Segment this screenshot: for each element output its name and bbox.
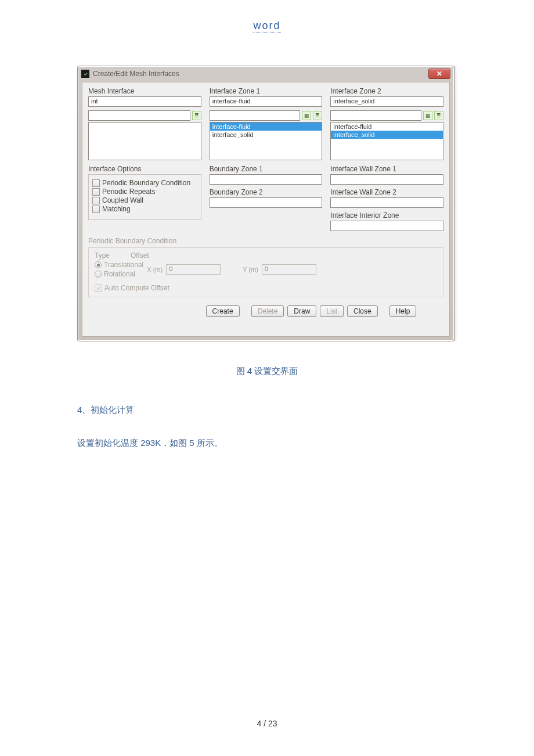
deselect-all-icon[interactable]: ≣ bbox=[434, 111, 443, 120]
label-x: X (m) bbox=[147, 266, 163, 273]
label-if-wall-2: Interface Wall Zone 2 bbox=[330, 188, 443, 196]
offset-x-field: 0 bbox=[166, 264, 221, 275]
if-wall-zone-1-field bbox=[330, 174, 443, 185]
label-pbc-section: Periodic Boundary Condition bbox=[88, 237, 443, 245]
page-body: Create/Edit Mesh Interfaces ✕ Mesh Inter… bbox=[77, 66, 457, 449]
boundary-zone-1-field bbox=[210, 174, 323, 185]
checkbox-pbc[interactable] bbox=[92, 179, 100, 187]
label-if-options: Interface Options bbox=[88, 165, 201, 173]
label-mesh-interface: Mesh Interface bbox=[88, 87, 201, 95]
radio-label: Rotational bbox=[104, 270, 135, 278]
label-type: Type bbox=[95, 251, 110, 260]
if-zone-2-listbox[interactable]: interface-fluid interface_solid bbox=[330, 122, 443, 160]
top-columns: Mesh Interface int ≣ Interface Zone 1 in… bbox=[82, 82, 449, 160]
figure-caption: 图 4 设置交界面 bbox=[77, 366, 457, 377]
page-number: 4 / 23 bbox=[0, 719, 534, 728]
header-text: word bbox=[253, 20, 280, 33]
button-bar: Create Delete Draw List Close Help bbox=[82, 301, 449, 317]
checkbox-label: Periodic Repeats bbox=[102, 188, 155, 196]
help-button[interactable]: Help bbox=[389, 305, 417, 317]
label-if-wall-1: Interface Wall Zone 1 bbox=[330, 165, 443, 173]
if-interior-zone-field bbox=[330, 221, 443, 231]
boundary-zone-2-field bbox=[210, 197, 323, 208]
options-box: Periodic Boundary Condition Periodic Rep… bbox=[88, 174, 201, 220]
col-wall: Interface Wall Zone 1 Interface Wall Zon… bbox=[330, 165, 443, 235]
checkbox-label: Auto Compute Offset bbox=[104, 284, 169, 292]
close-button[interactable]: ✕ bbox=[428, 69, 450, 79]
document-header: word bbox=[0, 0, 534, 32]
delete-button[interactable]: Delete bbox=[251, 305, 284, 317]
dialog-window: Create/Edit Mesh Interfaces ✕ Mesh Inter… bbox=[77, 66, 454, 341]
if-zone-1-input[interactable]: interface-fluid bbox=[210, 96, 323, 107]
checkbox-matching[interactable] bbox=[92, 206, 100, 213]
checkbox-label: Matching bbox=[102, 205, 131, 213]
section-heading: 4、初始化计算 bbox=[77, 405, 457, 416]
list-item[interactable]: interface-fluid bbox=[331, 123, 443, 131]
pbc-section: Periodic Boundary Condition Type Offset … bbox=[82, 235, 449, 297]
radio-translational bbox=[95, 261, 102, 268]
list-item[interactable]: interface_solid bbox=[210, 131, 322, 139]
checkbox-periodic-repeats[interactable] bbox=[92, 188, 100, 196]
if-zone-1-filter[interactable] bbox=[210, 110, 301, 121]
pbc-box: Type Offset Translational Rotational X (… bbox=[88, 247, 443, 297]
if-zone-2-input[interactable]: interface_solid bbox=[330, 96, 443, 107]
label-offset: Offset bbox=[131, 251, 149, 260]
checkbox-label: Periodic Boundary Condition bbox=[102, 179, 190, 187]
body-text: 设置初始化温度 293K，如图 5 所示。 bbox=[77, 438, 457, 449]
checkbox-auto-offset: ✓ bbox=[95, 285, 102, 292]
checkbox-coupled-wall[interactable] bbox=[92, 197, 100, 204]
checkbox-label: Coupled Wall bbox=[102, 196, 143, 204]
mid-columns: Interface Options Periodic Boundary Cond… bbox=[82, 160, 449, 235]
label-y: Y (m) bbox=[243, 266, 258, 273]
draw-button[interactable]: Draw bbox=[287, 305, 316, 317]
app-icon bbox=[81, 70, 89, 78]
mesh-interface-filter[interactable] bbox=[88, 110, 190, 121]
deselect-all-icon[interactable]: ≣ bbox=[313, 111, 322, 120]
if-zone-2-filter[interactable] bbox=[330, 110, 421, 121]
shadow bbox=[454, 66, 457, 341]
list-item[interactable]: interface-fluid bbox=[210, 123, 322, 131]
radio-rotational bbox=[95, 271, 102, 278]
if-wall-zone-2-field bbox=[330, 197, 443, 208]
mesh-interface-listbox[interactable] bbox=[88, 122, 201, 160]
select-all-icon[interactable]: ▦ bbox=[302, 111, 311, 120]
titlebar: Create/Edit Mesh Interfaces ✕ bbox=[78, 66, 454, 81]
col-interface-zone-2: Interface Zone 2 interface_solid ▦ ≣ int… bbox=[330, 87, 443, 160]
label-if-zone-2: Interface Zone 2 bbox=[330, 87, 443, 95]
label-b-zone-2: Boundary Zone 2 bbox=[210, 188, 323, 196]
dialog-body: Mesh Interface int ≣ Interface Zone 1 in… bbox=[82, 82, 450, 337]
col-mesh-interface: Mesh Interface int ≣ bbox=[88, 87, 201, 160]
radio-label: Translational bbox=[104, 261, 143, 269]
dialog-title: Create/Edit Mesh Interfaces bbox=[93, 70, 179, 78]
list-item[interactable]: interface_solid bbox=[331, 131, 443, 139]
select-all-icon[interactable]: ▦ bbox=[423, 111, 432, 120]
col-options: Interface Options Periodic Boundary Cond… bbox=[88, 165, 201, 235]
create-button[interactable]: Create bbox=[206, 305, 240, 317]
close-button[interactable]: Close bbox=[347, 305, 378, 317]
label-if-interior: Interface Interior Zone bbox=[330, 211, 443, 219]
mesh-interface-input[interactable]: int bbox=[88, 96, 201, 107]
col-interface-zone-1: Interface Zone 1 interface-fluid ▦ ≣ int… bbox=[210, 87, 323, 160]
list-toggle-icon[interactable]: ≣ bbox=[192, 111, 201, 120]
if-zone-1-listbox[interactable]: interface-fluid interface_solid bbox=[210, 122, 323, 160]
list-button[interactable]: List bbox=[320, 305, 344, 317]
col-boundary: Boundary Zone 1 Boundary Zone 2 bbox=[210, 165, 323, 235]
label-b-zone-1: Boundary Zone 1 bbox=[210, 165, 323, 173]
label-if-zone-1: Interface Zone 1 bbox=[210, 87, 323, 95]
offset-y-field: 0 bbox=[262, 264, 316, 275]
